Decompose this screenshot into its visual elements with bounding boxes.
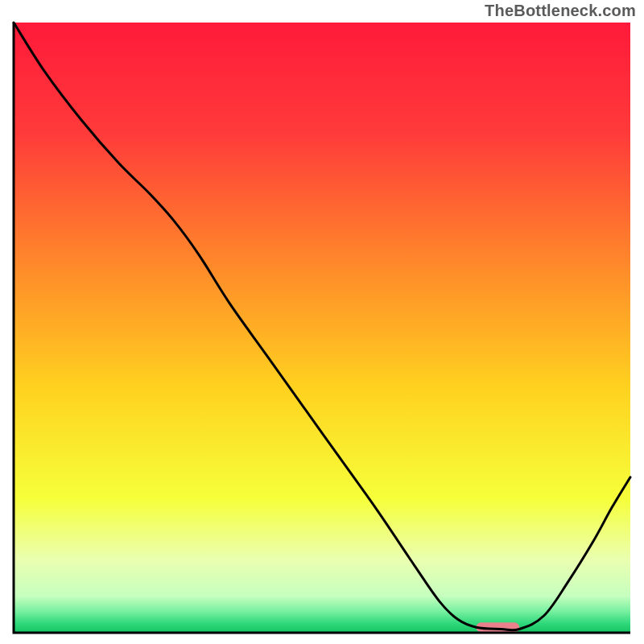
gradient-background — [14, 23, 630, 633]
bottleneck-chart — [0, 0, 644, 644]
